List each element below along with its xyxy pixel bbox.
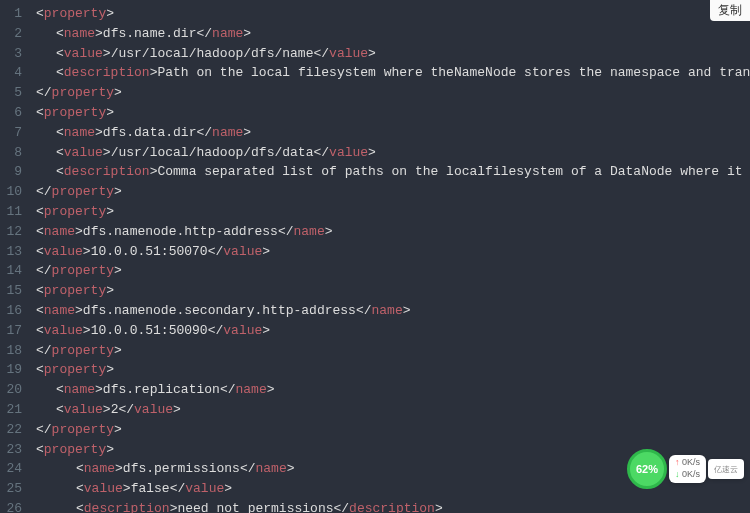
code-content[interactable]: <property><name>dfs.name.dir</name><valu… — [30, 0, 750, 513]
line-number: 14 — [4, 261, 22, 281]
line-number: 25 — [4, 479, 22, 499]
code-line: <property> — [36, 4, 750, 24]
code-line: <value>10.0.0.51:50070</value> — [36, 242, 750, 262]
line-number: 17 — [4, 321, 22, 341]
code-line: <name>dfs.data.dir</name> — [36, 123, 750, 143]
code-line: <name>dfs.namenode.secondary.http-addres… — [36, 301, 750, 321]
line-number: 18 — [4, 341, 22, 361]
line-number: 6 — [4, 103, 22, 123]
line-number: 11 — [4, 202, 22, 222]
code-line: </property> — [36, 83, 750, 103]
code-line: <name>dfs.replication</name> — [36, 380, 750, 400]
line-number: 24 — [4, 459, 22, 479]
code-line: <property> — [36, 202, 750, 222]
line-number: 5 — [4, 83, 22, 103]
line-number: 1 — [4, 4, 22, 24]
code-line: <description>Path on the local filesyste… — [36, 63, 750, 83]
line-number: 20 — [4, 380, 22, 400]
code-line: <property> — [36, 103, 750, 123]
line-number: 8 — [4, 143, 22, 163]
line-number-gutter: 1234567891011121314151617181920212223242… — [0, 0, 30, 513]
code-line: <description>need not permissions</descr… — [36, 499, 750, 513]
line-number: 26 — [4, 499, 22, 513]
code-line: </property> — [36, 261, 750, 281]
copy-button[interactable]: 复制 — [710, 0, 750, 21]
line-number: 10 — [4, 182, 22, 202]
line-number: 13 — [4, 242, 22, 262]
code-line: <description>Comma separated list of pat… — [36, 162, 750, 182]
line-number: 2 — [4, 24, 22, 44]
overlay-badges: 62% 0K/s 0K/s 亿速云 — [627, 449, 744, 489]
code-line: <name>dfs.namenode.http-address</name> — [36, 222, 750, 242]
line-number: 9 — [4, 162, 22, 182]
code-line: <value>/usr/local/hadoop/dfs/data</value… — [36, 143, 750, 163]
line-number: 3 — [4, 44, 22, 64]
code-line: <value>10.0.0.51:50090</value> — [36, 321, 750, 341]
code-line: </property> — [36, 182, 750, 202]
line-number: 12 — [4, 222, 22, 242]
line-number: 23 — [4, 440, 22, 460]
code-line: </property> — [36, 420, 750, 440]
download-speed: 0K/s — [675, 469, 700, 481]
code-line: <value>/usr/local/hadoop/dfs/name</value… — [36, 44, 750, 64]
code-line: <name>dfs.name.dir</name> — [36, 24, 750, 44]
network-stats[interactable]: 0K/s 0K/s — [669, 455, 706, 482]
line-number: 16 — [4, 301, 22, 321]
line-number: 15 — [4, 281, 22, 301]
percentage-badge[interactable]: 62% — [627, 449, 667, 489]
code-editor: 1234567891011121314151617181920212223242… — [0, 0, 750, 513]
brand-logo[interactable]: 亿速云 — [708, 459, 744, 479]
code-line: <value>2</value> — [36, 400, 750, 420]
upload-speed: 0K/s — [675, 457, 700, 469]
code-line: <property> — [36, 360, 750, 380]
code-line: </property> — [36, 341, 750, 361]
line-number: 22 — [4, 420, 22, 440]
line-number: 21 — [4, 400, 22, 420]
line-number: 4 — [4, 63, 22, 83]
code-line: <property> — [36, 281, 750, 301]
line-number: 19 — [4, 360, 22, 380]
line-number: 7 — [4, 123, 22, 143]
